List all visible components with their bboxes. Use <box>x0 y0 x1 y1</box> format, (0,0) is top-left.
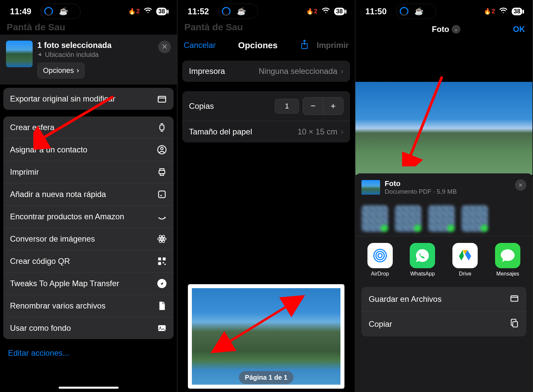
app-airdrop[interactable]: AirDrop <box>367 243 393 277</box>
close-icon: ✕ <box>162 43 168 51</box>
wifi-icon <box>321 6 330 17</box>
action-quick-note[interactable]: Añadir a nueva nota rápida <box>3 183 174 206</box>
home-indicator[interactable] <box>236 387 296 389</box>
svg-rect-29 <box>511 296 518 301</box>
print-preview[interactable]: Página 1 de 1 <box>178 147 354 392</box>
copies-input[interactable]: 1 <box>275 99 299 113</box>
photo-thumbnail[interactable] <box>6 41 33 67</box>
paper-size-row[interactable]: Tamaño del papel 10 × 15 cm› <box>182 121 350 142</box>
options-button[interactable]: Opciones› <box>37 63 85 79</box>
copy-icon <box>510 318 519 330</box>
action-wallpaper[interactable]: Usar como fondo <box>3 317 174 339</box>
coffee-icon: ☕ <box>414 7 423 16</box>
nav-bar: Cancelar Opciones Imprimir <box>178 35 354 56</box>
status-bar: 11:52 ☕ 🔥2 38 <box>178 0 354 20</box>
action-amazon[interactable]: Encontrar productos en Amazon <box>3 206 174 228</box>
export-group: Exportar original sin modificar <box>3 88 174 110</box>
app-whatsapp[interactable]: WhatsApp <box>410 243 435 277</box>
dynamic-island[interactable]: ☕ <box>41 4 81 19</box>
contact-suggestion[interactable] <box>361 205 388 232</box>
ok-button[interactable]: OK <box>513 25 525 34</box>
action-save-files[interactable]: Guardar en Archivos <box>361 287 526 312</box>
action-create-sphere[interactable]: Crear esfera <box>3 116 174 139</box>
close-button[interactable]: ✕ <box>515 179 526 191</box>
clock: 11:49 <box>10 7 31 16</box>
note-icon <box>157 189 167 199</box>
activity-ring-icon <box>222 7 231 16</box>
selection-count-label: 1 foto seleccionada <box>37 41 171 50</box>
battery-indicator: 38 <box>334 8 345 15</box>
preview-photo <box>192 288 340 385</box>
screen-share-sheet: 11:49 ☕ 🔥2 38 Pantà de Sau 1 foto selecc… <box>0 0 178 392</box>
actions-group: Guardar en Archivos Copiar <box>361 287 526 336</box>
doc-title: Foto <box>385 179 457 188</box>
share-button[interactable] <box>300 39 309 51</box>
action-assign-contact[interactable]: Asignar a un contacto <box>3 139 174 161</box>
battery-indicator: 38 <box>156 8 167 15</box>
background-photo <box>355 82 532 175</box>
contact-suggestion[interactable] <box>428 205 455 232</box>
edit-actions-link[interactable]: Editar acciones... <box>0 342 177 364</box>
contact-suggestion[interactable] <box>395 205 421 232</box>
nav-bar: Foto ⌄ OK <box>355 20 532 39</box>
stepper-plus[interactable]: + <box>323 98 343 114</box>
location-included-label: Ubicación incluida <box>37 51 171 59</box>
coffee-icon: ☕ <box>237 7 246 16</box>
chevron-right-icon: › <box>341 67 343 76</box>
app-drive[interactable]: Drive <box>452 243 478 277</box>
doc-thumbnail[interactable] <box>361 180 380 195</box>
svg-rect-12 <box>158 262 161 265</box>
flame-badge: 🔥2 <box>484 8 495 15</box>
activity-ring-icon <box>400 7 408 16</box>
close-icon: ✕ <box>518 182 523 188</box>
print-button-disabled: Imprimir <box>317 41 349 50</box>
coffee-icon: ☕ <box>59 7 68 16</box>
clock: 11:52 <box>188 7 209 16</box>
action-map-tweaks[interactable]: Tweaks To Apple Map Transfer <box>3 273 174 295</box>
svg-point-6 <box>161 238 163 240</box>
svg-rect-11 <box>163 258 166 261</box>
contacts-row <box>355 201 532 236</box>
contact-suggestion[interactable] <box>461 205 488 232</box>
action-print[interactable]: Imprimir <box>3 161 174 183</box>
action-qr-code[interactable]: Crear código QR <box>3 250 174 273</box>
dynamic-island[interactable]: ☕ <box>218 4 258 19</box>
cancel-button[interactable]: Cancelar <box>184 41 216 50</box>
copies-row: Copias 1 − + <box>182 91 350 121</box>
svg-point-7 <box>158 237 166 241</box>
airdrop-icon <box>367 243 393 268</box>
messages-icon <box>495 243 520 268</box>
printer-group: Impresora Ninguna seleccionada› <box>182 61 350 82</box>
clock: 11:50 <box>365 7 387 16</box>
svg-point-26 <box>378 254 382 258</box>
screen-print-options: 11:52 ☕ 🔥2 38 Pantà de Sau Cancelar Opci… <box>178 0 355 392</box>
printer-row[interactable]: Impresora Ninguna seleccionada› <box>182 61 350 82</box>
app-messages[interactable]: Mensajes <box>495 243 520 277</box>
doc-subtitle: Documento PDF · 5,9 MB <box>385 188 457 195</box>
copies-stepper: − + <box>303 97 343 115</box>
qr-icon <box>157 256 167 266</box>
title-dropdown[interactable]: Foto ⌄ <box>432 25 460 34</box>
action-image-converter[interactable]: Conversor de imágenes <box>3 228 174 250</box>
chevron-down-icon: ⌄ <box>452 25 460 34</box>
home-indicator[interactable] <box>59 387 119 389</box>
svg-rect-10 <box>158 258 161 261</box>
export-original-row[interactable]: Exportar original sin modificar <box>3 88 174 110</box>
action-rename-files[interactable]: Renombrar varios archivos <box>3 295 174 317</box>
screen-pdf-share: 11:50 ☕ 🔥2 38 Foto ⌄ OK Foto Docu <box>355 0 533 392</box>
action-copy[interactable]: Copiar <box>361 312 526 336</box>
whatsapp-icon <box>410 243 435 268</box>
flame-badge: 🔥2 <box>128 8 140 15</box>
stepper-minus[interactable]: − <box>303 98 323 114</box>
battery-indicator: 38 <box>512 8 522 15</box>
status-bar: 11:49 ☕ 🔥2 38 <box>0 0 177 20</box>
printer-icon <box>157 167 167 177</box>
status-bar: 11:50 ☕ 🔥2 38 <box>355 0 532 20</box>
contact-icon <box>157 145 167 155</box>
compass-icon <box>157 279 167 289</box>
apps-row: AirDrop WhatsApp Drive Mensajes <box>355 236 532 284</box>
svg-point-27 <box>376 252 384 260</box>
dynamic-island[interactable]: ☕ <box>396 4 436 19</box>
svg-rect-30 <box>513 321 517 327</box>
svg-point-3 <box>161 147 164 150</box>
